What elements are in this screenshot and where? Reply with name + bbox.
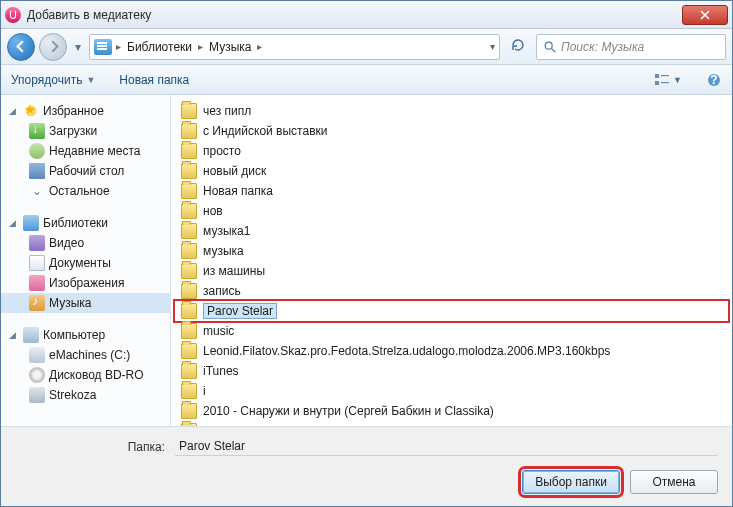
folder-icon (181, 103, 197, 119)
svg-text:?: ? (710, 73, 717, 87)
svg-rect-2 (661, 75, 669, 76)
folder-icon (181, 303, 197, 319)
back-button[interactable] (7, 33, 35, 61)
folder-label: чез пипл (203, 104, 251, 118)
pictures-icon (29, 275, 45, 291)
folder-icon (181, 363, 197, 379)
sidebar-item-pictures[interactable]: Изображения (1, 273, 170, 293)
folder-label: 2010 - Снаружи и внутри (Сергей Бабкин и… (203, 404, 494, 418)
hdd-icon (29, 347, 45, 363)
folder-label: music (203, 324, 234, 338)
folder-icon (181, 383, 197, 399)
folder-name-label: Папка: (15, 440, 165, 454)
folder-icon (181, 123, 197, 139)
folder-item[interactable]: iTunes (175, 361, 728, 381)
help-button[interactable]: ? (706, 72, 722, 88)
collapse-icon: ◢ (9, 106, 19, 116)
folder-label: Новая папка (203, 184, 273, 198)
folder-item[interactable]: i (175, 381, 728, 401)
sidebar-item-documents[interactable]: Документы (1, 253, 170, 273)
organize-menu[interactable]: Упорядочить▼ (11, 73, 95, 87)
folder-icon (181, 203, 197, 219)
sidebar-item-dvd[interactable]: Дисковод BD-RO (1, 365, 170, 385)
refresh-button[interactable] (504, 37, 532, 56)
dialog-window: Добавить в медиатеку ▾ ▸ Библиотеки ▸ Му… (0, 0, 733, 507)
folder-icon (181, 323, 197, 339)
folder-icon (181, 143, 197, 159)
breadcrumb-item[interactable]: Библиотеки (123, 40, 196, 54)
folder-item[interactable]: чез пипл (175, 101, 728, 121)
file-list[interactable]: чез пиплс Индийской выставкипростоновый … (171, 95, 732, 426)
folder-item[interactable]: 2010 - Снаружи и внутри (Сергей Бабкин и… (175, 401, 728, 421)
breadcrumb-item[interactable]: Музыка (205, 40, 255, 54)
history-dropdown[interactable]: ▾ (71, 36, 85, 58)
music-icon (29, 295, 45, 311)
video-icon (29, 235, 45, 251)
dvd-icon (29, 367, 45, 383)
body: ◢ Избранное Загрузки Недавние места Рабо… (1, 95, 732, 426)
breadcrumb-dropdown[interactable]: ▾ (490, 41, 495, 52)
folder-icon (181, 343, 197, 359)
forward-button[interactable] (39, 33, 67, 61)
chevron-right-icon: ▸ (255, 41, 264, 52)
folder-item[interactable]: новый диск (175, 161, 728, 181)
select-folder-button[interactable]: Выбор папки (522, 470, 620, 494)
folder-label: новый диск (203, 164, 266, 178)
folder-label: iTunes (203, 364, 239, 378)
sidebar: ◢ Избранное Загрузки Недавние места Рабо… (1, 95, 171, 426)
sidebar-item-strekoza[interactable]: Strekoza (1, 385, 170, 405)
folder-item[interactable]: запись (175, 281, 728, 301)
toolbar: Упорядочить▼ Новая папка ▼ ? (1, 65, 732, 95)
search-input[interactable]: Поиск: Музыка (536, 34, 726, 60)
folder-item[interactable]: музыка (175, 241, 728, 261)
sidebar-item-videos[interactable]: Видео (1, 233, 170, 253)
folder-icon (181, 183, 197, 199)
folder-icon (181, 263, 197, 279)
title-bar: Добавить в медиатеку (1, 1, 732, 29)
folder-item[interactable]: нов (175, 201, 728, 221)
itunes-icon (5, 7, 21, 23)
folder-item[interactable]: из машины (175, 261, 728, 281)
favorites-header[interactable]: ◢ Избранное (1, 101, 170, 121)
folder-name-input[interactable] (175, 437, 718, 456)
folder-item[interactable]: музыка1 (175, 221, 728, 241)
svg-point-0 (545, 42, 552, 49)
folder-item[interactable]: просто (175, 141, 728, 161)
removable-icon (29, 387, 45, 403)
view-options-button[interactable]: ▼ (654, 72, 682, 88)
document-icon (29, 255, 45, 271)
folder-item[interactable]: music (175, 321, 728, 341)
sidebar-item-desktop[interactable]: Рабочий стол (1, 161, 170, 181)
sidebar-item-drive-c[interactable]: eMachines (C:) (1, 345, 170, 365)
libraries-group: ◢ Библиотеки Видео Документы Изображения… (1, 213, 170, 313)
folder-label: нов (203, 204, 223, 218)
libraries-icon (23, 215, 39, 231)
collapse-icon: ◢ (9, 330, 19, 340)
chevron-right-icon: ▸ (114, 41, 123, 52)
folder-item[interactable]: Новая папка (175, 181, 728, 201)
libraries-header[interactable]: ◢ Библиотеки (1, 213, 170, 233)
folder-label: i (203, 384, 206, 398)
new-folder-button[interactable]: Новая папка (119, 73, 189, 87)
folder-item[interactable]: с Индийской выставки (175, 121, 728, 141)
footer: Папка: Выбор папки Отмена (1, 426, 732, 506)
chevron-right-icon: ▸ (196, 41, 205, 52)
collapse-icon: ◢ (9, 218, 19, 228)
sidebar-item-other[interactable]: ⌄Остальное (1, 181, 170, 201)
sidebar-item-recent[interactable]: Недавние места (1, 141, 170, 161)
breadcrumb-bar[interactable]: ▸ Библиотеки ▸ Музыка ▸ ▾ (89, 34, 500, 60)
search-placeholder: Поиск: Музыка (561, 40, 644, 54)
folder-icon (181, 283, 197, 299)
folder-icon (181, 403, 197, 419)
folder-item[interactable]: Leonid.Filatov.Skaz.pro.Fedota.Strelza.u… (175, 341, 728, 361)
libraries-icon (94, 39, 112, 55)
close-button[interactable] (682, 5, 728, 25)
folder-label: из машины (203, 264, 265, 278)
cancel-button[interactable]: Отмена (630, 470, 718, 494)
folder-item[interactable]: Parov Stelar (175, 301, 728, 321)
folder-label: с Индийской выставки (203, 124, 327, 138)
sidebar-item-music[interactable]: Музыка (1, 293, 170, 313)
computer-header[interactable]: ◢ Компьютер (1, 325, 170, 345)
sidebar-item-downloads[interactable]: Загрузки (1, 121, 170, 141)
recent-icon (29, 143, 45, 159)
